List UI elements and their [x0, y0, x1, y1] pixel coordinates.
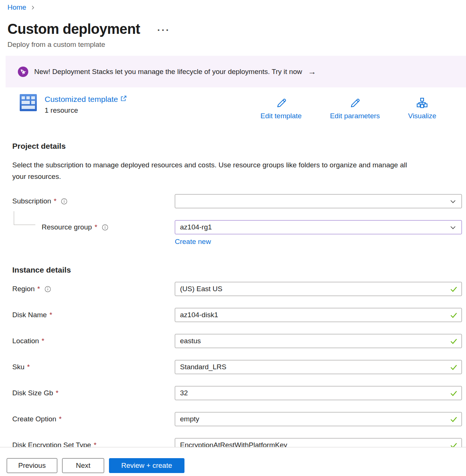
- resource-group-dropdown[interactable]: az104-rg1: [175, 220, 462, 234]
- breadcrumb: Home: [7, 3, 466, 12]
- disk-name-row: Disk Name *: [12, 308, 462, 322]
- disk-name-label: Disk Name: [12, 311, 47, 319]
- page-subtitle: Deploy from a custom template: [7, 40, 466, 49]
- resource-group-row: Resource group * az104-rg1: [12, 220, 462, 234]
- edit-parameters-button[interactable]: Edit parameters: [330, 97, 380, 122]
- banner-text: New! Deployment Stacks let you manage th…: [34, 68, 302, 76]
- instance-form: Region * Disk Name * Location *: [12, 282, 462, 452]
- valid-check-icon: [450, 311, 458, 319]
- info-icon[interactable]: [102, 224, 109, 231]
- subscription-label: Subscription: [12, 197, 51, 205]
- field-connector-line: [14, 211, 35, 225]
- external-link-icon: [120, 95, 127, 102]
- required-asterisk: *: [59, 415, 61, 423]
- page-header: Custom deployment ···: [7, 21, 466, 37]
- chevron-right-icon: [30, 5, 36, 10]
- region-label: Region: [12, 285, 35, 293]
- footer-action-bar: Previous Next Review + create: [0, 447, 466, 476]
- deployment-stacks-banner[interactable]: New! Deployment Stacks let you manage th…: [6, 56, 466, 87]
- project-details-heading: Project details: [12, 141, 466, 151]
- resource-group-value: az104-rg1: [180, 223, 212, 231]
- region-input[interactable]: [175, 282, 462, 296]
- required-asterisk: *: [94, 223, 97, 231]
- chevron-down-icon: [449, 224, 457, 231]
- create-option-label: Create Option: [12, 415, 56, 423]
- location-row: Location *: [12, 334, 462, 348]
- required-asterisk: *: [56, 389, 58, 397]
- template-resource-count: 1 resource: [45, 106, 127, 115]
- project-form: Subscription * Resource group * az104-rg…: [12, 194, 462, 246]
- resource-group-label: Resource group: [42, 223, 92, 231]
- valid-check-icon: [450, 337, 458, 345]
- arrow-right-icon: →: [308, 67, 316, 77]
- rocket-icon: [18, 67, 28, 77]
- sku-label: Sku: [12, 363, 25, 371]
- edit-template-button[interactable]: Edit template: [260, 97, 302, 122]
- subscription-row: Subscription *: [12, 194, 462, 208]
- template-summary: Customized template 1 resource Edit temp…: [0, 94, 466, 122]
- required-asterisk: *: [42, 337, 44, 345]
- template-icon: [19, 94, 37, 112]
- pencil-icon: [349, 97, 361, 109]
- template-actions: Edit template Edit parameters: [260, 94, 466, 122]
- review-create-button[interactable]: Review + create: [109, 458, 184, 473]
- previous-button[interactable]: Previous: [7, 458, 57, 473]
- breadcrumb-home-link[interactable]: Home: [7, 3, 26, 12]
- info-icon[interactable]: [44, 286, 51, 293]
- valid-check-icon: [450, 285, 458, 293]
- org-chart-icon: [416, 97, 428, 109]
- disk-size-row: Disk Size Gb *: [12, 386, 462, 400]
- sku-row: Sku *: [12, 360, 462, 374]
- disk-name-input[interactable]: [175, 308, 462, 322]
- page-title: Custom deployment: [7, 21, 140, 37]
- valid-check-icon: [450, 363, 458, 372]
- edit-parameters-label: Edit parameters: [330, 112, 380, 120]
- required-asterisk: *: [37, 285, 40, 293]
- region-row: Region *: [12, 282, 462, 296]
- create-option-input[interactable]: [175, 412, 462, 426]
- info-icon[interactable]: [61, 198, 68, 205]
- customized-template-link[interactable]: Customized template: [45, 94, 127, 104]
- template-name: Customized template: [45, 94, 118, 104]
- location-label: Location: [12, 337, 39, 345]
- pencil-icon: [275, 97, 287, 109]
- edit-template-label: Edit template: [260, 112, 302, 120]
- instance-details-heading: Instance details: [12, 265, 466, 275]
- visualize-label: Visualize: [408, 112, 436, 120]
- next-button[interactable]: Next: [62, 458, 104, 473]
- more-options-button[interactable]: ···: [157, 26, 170, 34]
- location-input[interactable]: [175, 334, 462, 348]
- project-description: Select the subscription to manage deploy…: [12, 159, 418, 182]
- valid-check-icon: [450, 415, 458, 424]
- disk-size-input[interactable]: [175, 386, 462, 400]
- required-asterisk: *: [49, 311, 52, 319]
- valid-check-icon: [450, 389, 458, 398]
- subscription-dropdown[interactable]: [175, 194, 462, 208]
- create-option-row: Create Option *: [12, 412, 462, 426]
- sku-input[interactable]: [175, 360, 462, 374]
- required-asterisk: *: [54, 197, 57, 205]
- disk-size-label: Disk Size Gb: [12, 389, 53, 397]
- chevron-down-icon: [449, 198, 457, 205]
- required-asterisk: *: [27, 363, 30, 371]
- create-new-link[interactable]: Create new: [175, 237, 211, 246]
- visualize-button[interactable]: Visualize: [408, 97, 436, 122]
